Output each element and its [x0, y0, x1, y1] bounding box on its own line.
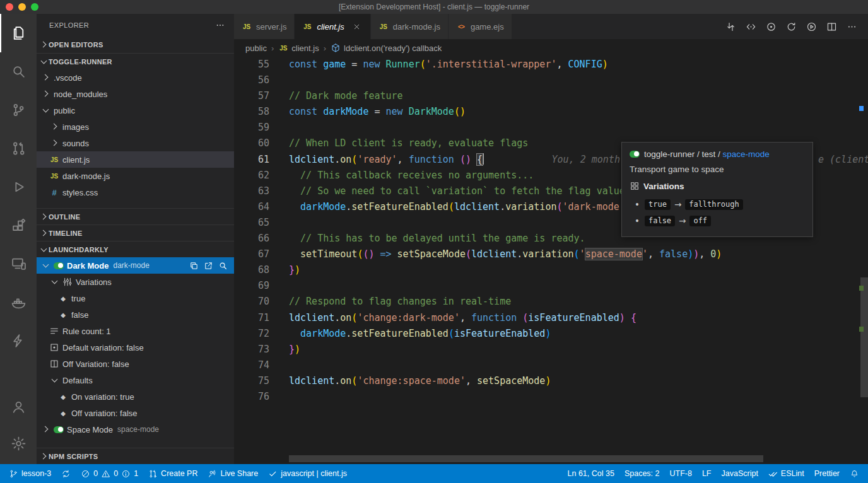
encoding[interactable]: UTF-8 [664, 464, 696, 483]
chevron-right-icon [38, 451, 49, 462]
line-number: 55 [234, 57, 269, 73]
settings-activity-button[interactable] [0, 425, 37, 462]
prettier-status[interactable]: Prettier [809, 464, 845, 483]
line-content [269, 120, 868, 136]
chevron-right-icon [49, 138, 59, 148]
compare-changes-icon[interactable] [722, 18, 739, 35]
sync-status[interactable] [56, 464, 76, 483]
tree-item-true[interactable]: ◆true [37, 290, 234, 306]
tree-item-client-js[interactable]: JSclient.js [37, 151, 234, 168]
tree-item-label: styles.css [62, 188, 98, 197]
search-icon[interactable] [218, 260, 228, 271]
tree-item-node-modules[interactable]: node_modules [37, 86, 234, 102]
tab-bar-tabs: JSserver.jsJSclient.jsJSdark-mode.js<>ga… [234, 14, 512, 39]
hover-flag-link[interactable]: space-mode [723, 149, 770, 159]
tree-item-images[interactable]: images [37, 119, 234, 135]
tree-item-false[interactable]: ◆false [37, 306, 234, 323]
more-actions-icon[interactable] [843, 18, 860, 35]
launchdarkly-activity-button[interactable] [0, 322, 37, 360]
github-pull-request-activity-button[interactable] [0, 129, 37, 168]
horizontal-scrollbar[interactable] [289, 455, 763, 462]
code-line-58: 58const darkMode = new DarkMode() [234, 104, 868, 120]
section-header-npm-scripts[interactable]: NPM SCRIPTS [37, 448, 234, 464]
tree-item-defaults[interactable]: Defaults [37, 372, 234, 388]
tree-item-label: Off Variation: false [62, 359, 129, 369]
copy-icon[interactable] [189, 260, 199, 271]
split-editor-icon[interactable] [823, 18, 840, 35]
explorer-activity-button[interactable] [0, 14, 37, 52]
tree-item-sounds[interactable]: sounds [37, 135, 234, 151]
eslint-status[interactable]: ESLint [763, 464, 809, 483]
git-blame-annotation: You, 2 month [552, 154, 620, 165]
tree-item-default-variation-false[interactable]: Default variation: false [37, 339, 234, 356]
tree-item-space-mode[interactable]: Space Modespace-mode [37, 421, 234, 438]
section-header-outline[interactable]: OUTLINE [37, 208, 234, 224]
language-status[interactable]: javascript | client.js [263, 464, 352, 483]
run-debug-activity-button[interactable] [0, 168, 37, 206]
open-external-icon[interactable] [203, 260, 213, 271]
problems-status[interactable]: 001 [76, 464, 143, 483]
variations-grid-icon [630, 181, 640, 191]
section-launchdarkly: LAUNCHDARKLYDark Modedark-modeVariations… [37, 241, 234, 438]
tree-item-rule-count-1[interactable]: Rule count: 1 [37, 323, 234, 339]
live-share-button[interactable]: Live Share [202, 464, 263, 483]
chevron-right-icon [38, 228, 49, 238]
tree-item-off-variation-false[interactable]: Off Variation: false [37, 356, 234, 372]
refresh-icon[interactable] [783, 18, 800, 35]
line-number: 65 [234, 215, 269, 231]
flag-code-icon[interactable] [742, 18, 760, 35]
source-control-activity-button[interactable] [0, 91, 37, 129]
tree-item-dark-mode-js[interactable]: JSdark-mode.js [37, 168, 234, 184]
tree-item-vscode[interactable]: .vscode [37, 69, 234, 86]
section-header-toggle-runner[interactable]: TOGGLE-RUNNER [37, 53, 234, 69]
line-content: // Dark mode feature [269, 88, 868, 104]
docker-activity-button[interactable] [0, 283, 37, 322]
tab-server-js[interactable]: JSserver.js [234, 14, 295, 39]
breadcrumb-client-js[interactable]: JSclient.js [278, 43, 319, 53]
account-activity-button[interactable] [0, 388, 37, 425]
zoom-window-button[interactable] [31, 3, 38, 11]
flag-toggle-icon [630, 149, 640, 159]
tree-item-label: Dark Mode [67, 261, 108, 271]
extensions-activity-button[interactable] [0, 206, 37, 245]
line-number: 57 [234, 88, 269, 104]
tab-label: dark-mode.js [393, 22, 440, 32]
remote-explorer-activity-button[interactable] [0, 245, 37, 283]
cursor-position[interactable]: Ln 61, Col 35 [563, 464, 619, 483]
section-header-open-editors[interactable]: OPEN EDITORS [37, 37, 234, 53]
tree-item-variations[interactable]: Variations [37, 274, 234, 290]
sync-icon [61, 469, 71, 479]
diamond-icon: ◆ [58, 293, 68, 303]
close-tab-icon[interactable] [351, 21, 363, 32]
tab-bar: JSserver.jsJSclient.jsJSdark-mode.js<>ga… [234, 14, 868, 39]
notifications[interactable] [845, 464, 864, 483]
tab-game-ejs[interactable]: <>game.ejs [449, 14, 512, 39]
section-header-timeline[interactable]: TIMELINE [37, 224, 234, 241]
tab-client-js[interactable]: JSclient.js [295, 14, 370, 39]
language-mode[interactable]: JavaScript [717, 464, 763, 483]
tree-item-styles-css[interactable]: #styles.css [37, 184, 234, 201]
vertical-scrollbar[interactable] [860, 277, 868, 397]
run-circle-icon[interactable] [803, 18, 820, 35]
tree-item-dark-mode[interactable]: Dark Modedark-mode [37, 257, 234, 274]
sidebar-more-actions-icon[interactable] [215, 20, 225, 30]
tree-item-on-variation-true[interactable]: ◆On variation: true [37, 388, 234, 405]
search-activity-button[interactable] [0, 52, 37, 91]
breadcrumb-ldclient-on-ready-callback[interactable]: ldclient.on('ready') callback [331, 43, 442, 53]
tree-item-off-variation-false[interactable]: ◆Off variation: false [37, 405, 234, 421]
section-label: OPEN EDITORS [49, 41, 103, 49]
indentation[interactable]: Spaces: 2 [619, 464, 665, 483]
branch-status[interactable]: lesson-3 [4, 464, 56, 483]
create-pr-button[interactable]: Create PR [143, 464, 202, 483]
breadcrumb-public[interactable]: public [245, 44, 267, 53]
section-header-launchdarkly[interactable]: LAUNCHDARKLY [37, 241, 234, 257]
code-editor[interactable]: 55const game = new Runner('.interstitial… [234, 57, 868, 464]
tab-dark-mode-js[interactable]: JSdark-mode.js [371, 14, 449, 39]
double-check-icon [768, 469, 778, 479]
minimize-window-button[interactable] [18, 3, 26, 11]
tree-item-label: true [71, 294, 85, 303]
tree-item-public[interactable]: public [37, 102, 234, 119]
record-icon[interactable] [763, 18, 780, 35]
close-window-button[interactable] [6, 3, 13, 11]
eol[interactable]: LF [697, 464, 717, 483]
